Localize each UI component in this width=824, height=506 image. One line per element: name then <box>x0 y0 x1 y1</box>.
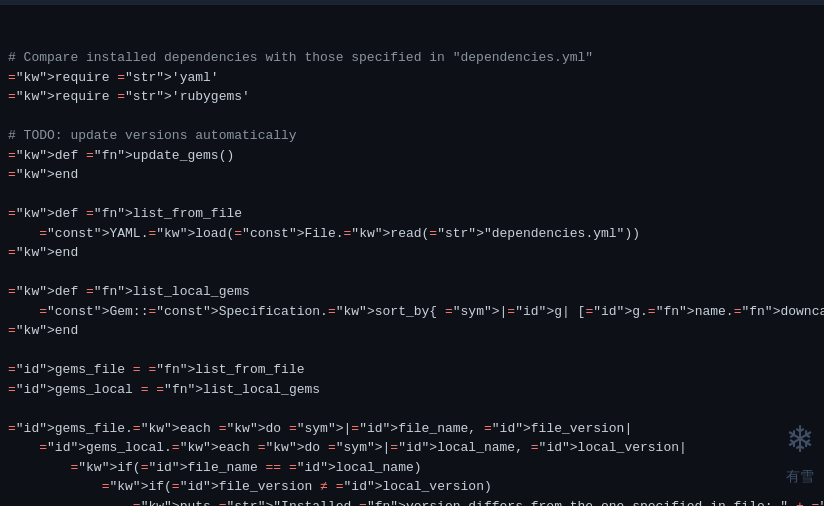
line-content: # TODO: update versions automatically <box>8 126 816 146</box>
code-line: ="kw">puts ="str">"Installed ="fn">versi… <box>8 497 816 507</box>
line-content: ="kw">if(="id">file_version ≠ ="id">loca… <box>8 477 816 497</box>
line-content: ="kw">def ="fn">update_gems() <box>8 146 816 166</box>
code-line: ="const">Gem::="const">Specification.="k… <box>8 302 816 322</box>
line-content <box>8 399 816 419</box>
line-content: ="kw">end <box>8 243 816 263</box>
line-content: ="kw">def ="fn">list_from_file <box>8 204 816 224</box>
line-content: ="kw">end <box>8 165 816 185</box>
code-line: ="kw">require ="str">'yaml' <box>8 68 816 88</box>
line-content: ="id">gems_local.="kw">each ="kw">do ="s… <box>8 438 816 458</box>
line-content: ="kw">require ="str">'yaml' <box>8 68 816 88</box>
line-content: ="id">gems_file.="kw">each ="kw">do ="sy… <box>8 419 816 439</box>
code-line <box>8 107 816 127</box>
code-line: ="id">gems_file.="kw">each ="kw">do ="sy… <box>8 419 816 439</box>
code-line: # Compare installed dependencies with th… <box>8 48 816 68</box>
line-content: ="kw">def ="fn">list_local_gems <box>8 282 816 302</box>
code-line <box>8 341 816 361</box>
line-content: ="kw">puts ="str">"Installed ="fn">versi… <box>8 497 824 507</box>
code-line: ="id">gems_file = ="fn">list_from_file <box>8 360 816 380</box>
line-content <box>8 185 816 205</box>
code-line: ="kw">end <box>8 243 816 263</box>
code-line: ="kw">end <box>8 321 816 341</box>
terminal-window: # Compare installed dependencies with th… <box>0 0 824 506</box>
code-line <box>8 185 816 205</box>
code-line: ="kw">def ="fn">list_from_file <box>8 204 816 224</box>
line-content <box>8 107 816 127</box>
code-line: ="id">gems_local = ="fn">list_local_gems <box>8 380 816 400</box>
code-line: ="id">gems_local.="kw">each ="kw">do ="s… <box>8 438 816 458</box>
code-line <box>8 263 816 283</box>
line-content: ="const">YAML.="kw">load(="const">File.=… <box>8 224 816 244</box>
code-line <box>8 399 816 419</box>
line-content: ="kw">require ="str">'rubygems' <box>8 87 816 107</box>
code-line: ="kw">require ="str">'rubygems' <box>8 87 816 107</box>
line-content <box>8 341 816 361</box>
line-content: ="id">gems_file = ="fn">list_from_file <box>8 360 816 380</box>
code-area[interactable]: # Compare installed dependencies with th… <box>0 5 824 506</box>
line-content: # Compare installed dependencies with th… <box>8 48 816 68</box>
line-content: ="id">gems_local = ="fn">list_local_gems <box>8 380 816 400</box>
line-content: ="const">Gem::="const">Specification.="k… <box>8 302 824 322</box>
line-content <box>8 263 816 283</box>
code-line: ="kw">if(="id">file_name == ="id">local_… <box>8 458 816 478</box>
code-line: # TODO: update versions automatically <box>8 126 816 146</box>
code-line: ="kw">if(="id">file_version ≠ ="id">loca… <box>8 477 816 497</box>
code-line: ="kw">def ="fn">update_gems() <box>8 146 816 166</box>
line-content: ="kw">if(="id">file_name == ="id">local_… <box>8 458 816 478</box>
code-line: ="kw">end <box>8 165 816 185</box>
code-line: ="kw">def ="fn">list_local_gems <box>8 282 816 302</box>
code-line: ="const">YAML.="kw">load(="const">File.=… <box>8 224 816 244</box>
line-content: ="kw">end <box>8 321 816 341</box>
